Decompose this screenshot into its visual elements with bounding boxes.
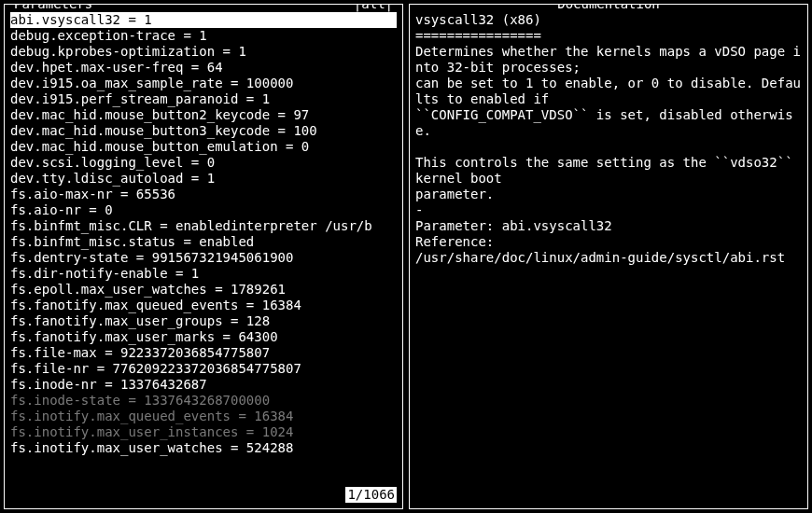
parameter-row[interactable]: fs.inotify.max_queued_events = 16384 (10, 409, 397, 424)
parameter-row[interactable]: fs.inotify.max_user_watches = 524288 (10, 440, 397, 456)
parameter-row[interactable]: fs.aio-max-nr = 65536 (10, 187, 397, 202)
parameters-panel: Parameters |all| abi.vsyscall32 = 1debug… (4, 4, 403, 509)
documentation-body: vsyscall32 (x86) ================ Determ… (415, 12, 802, 266)
parameter-row[interactable]: fs.fanotify.max_user_marks = 64300 (10, 329, 397, 345)
parameter-row[interactable]: fs.fanotify.max_queued_events = 16384 (10, 298, 397, 313)
parameter-row[interactable]: fs.inotify.max_user_instances = 1024 (10, 424, 397, 440)
parameter-row[interactable]: debug.kprobes-optimization = 1 (10, 44, 397, 60)
parameter-row[interactable]: fs.dentry-state = 991567321945061900 (10, 250, 397, 266)
parameter-row[interactable]: dev.scsi.logging_level = 0 (10, 155, 397, 171)
parameter-row[interactable]: fs.fanotify.max_user_groups = 128 (10, 313, 397, 329)
parameter-row[interactable]: fs.binfmt_misc.status = enabled (10, 234, 397, 250)
parameter-row[interactable]: fs.inode-state = 1337643268700000 (10, 393, 397, 409)
position-counter: 1/1066 (345, 487, 397, 503)
parameter-list[interactable]: abi.vsyscall32 = 1debug.exception-trace … (10, 12, 397, 456)
parameter-row[interactable]: dev.mac_hid.mouse_button2_keycode = 97 (10, 107, 397, 123)
documentation-panel: Documentation vsyscall32 (x86) =========… (409, 4, 808, 509)
parameter-row[interactable]: fs.dir-notify-enable = 1 (10, 266, 397, 282)
parameter-row[interactable]: debug.exception-trace = 1 (10, 28, 397, 44)
parameter-row[interactable]: fs.file-max = 9223372036854775807 (10, 345, 397, 361)
parameter-row[interactable]: dev.tty.ldisc_autoload = 1 (10, 171, 397, 187)
parameter-row[interactable]: abi.vsyscall32 = 1 (10, 12, 397, 28)
documentation-title: Documentation (555, 4, 662, 12)
parameter-row[interactable]: fs.binfmt_misc.CLR = enabledinterpreter … (10, 218, 397, 234)
parameter-row[interactable]: fs.inode-nr = 13376432687 (10, 377, 397, 393)
parameter-row[interactable]: dev.mac_hid.mouse_button_emulation = 0 (10, 139, 397, 155)
parameter-row[interactable]: fs.aio-nr = 0 (10, 202, 397, 218)
parameter-row[interactable]: dev.i915.oa_max_sample_rate = 100000 (10, 76, 397, 91)
app-root: Parameters |all| abi.vsyscall32 = 1debug… (0, 0, 812, 513)
parameters-title: Parameters (12, 4, 94, 12)
parameter-row[interactable]: dev.mac_hid.mouse_button3_keycode = 100 (10, 123, 397, 139)
parameter-row[interactable]: fs.epoll.max_user_watches = 1789261 (10, 282, 397, 298)
parameter-row[interactable]: dev.hpet.max-user-freq = 64 (10, 60, 397, 76)
filter-indicator[interactable]: |all| (352, 4, 395, 12)
parameter-row[interactable]: dev.i915.perf_stream_paranoid = 1 (10, 91, 397, 107)
parameter-row[interactable]: fs.file-nr = 77620922337203685477580​7 (10, 361, 397, 377)
